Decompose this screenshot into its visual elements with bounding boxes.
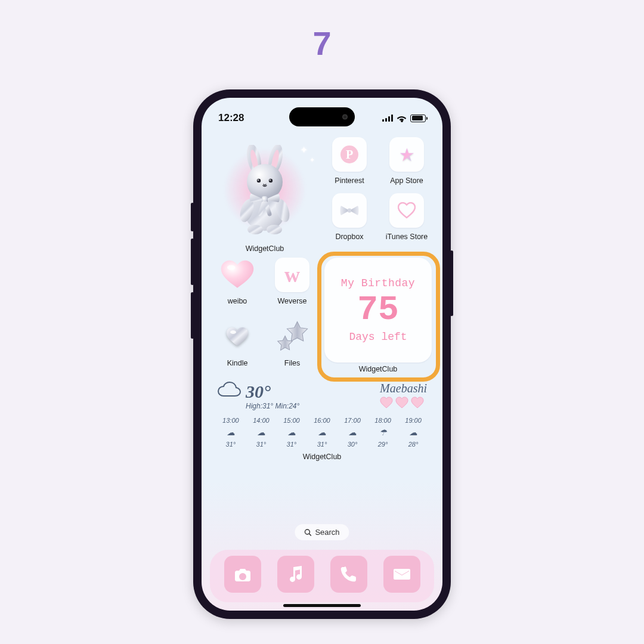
hearts-row (380, 397, 427, 411)
svg-point-12 (258, 179, 259, 181)
svg-rect-15 (348, 209, 351, 213)
widgetclub-bunny-widget[interactable]: ✦ ✦ (211, 137, 318, 256)
app-label: Weverse (277, 297, 306, 305)
forecast-temp: 31° (226, 441, 236, 448)
svg-point-16 (227, 265, 236, 270)
forecast-col: 17:00☁30° (339, 417, 366, 448)
app-label: App Store (390, 177, 423, 185)
search-label: Search (315, 528, 339, 537)
app-weibo[interactable]: weibo (211, 258, 264, 311)
forecast-time: 14:00 (253, 417, 270, 424)
power-button[interactable] (450, 250, 453, 316)
forecast-time: 19:00 (405, 417, 422, 424)
forecast-col: 15:00☁31° (278, 417, 305, 448)
forecast-temp: 30° (348, 441, 358, 448)
forecast-cloud-icon: ☁ (287, 428, 296, 437)
search-icon (304, 529, 311, 536)
forecast-time: 15:00 (283, 417, 300, 424)
dock (210, 550, 434, 602)
camera-icon (233, 565, 252, 584)
app-files[interactable]: Files (266, 320, 318, 373)
forecast-row: 13:00☁31°14:00☁31°15:00☁31°16:00☁31°17:0… (217, 417, 427, 448)
weather-temp: 30° (246, 382, 299, 402)
phone-frame: 12:28 ✦ ✦ (193, 89, 451, 619)
countdown-number: 75 (357, 293, 399, 327)
countdown-sub: Days left (349, 331, 407, 343)
bunny-icon (229, 145, 301, 234)
dock-mail[interactable] (383, 556, 420, 593)
app-dropbox[interactable]: Dropbox (324, 193, 374, 241)
dock-phone[interactable] (330, 556, 367, 593)
volume-up-button[interactable] (191, 239, 194, 285)
widget-label: WidgetClub (217, 453, 427, 461)
step-number: 7 (312, 24, 331, 63)
svg-point-8 (267, 225, 282, 234)
dock-camera[interactable] (224, 556, 261, 593)
forecast-temp: 31° (287, 441, 297, 448)
mute-switch[interactable] (191, 203, 194, 231)
svg-point-7 (247, 225, 263, 234)
forecast-cloud-icon: ☁ (318, 428, 326, 437)
forecast-time: 18:00 (374, 417, 391, 424)
widget-label: WidgetClub (246, 244, 284, 253)
forecast-temp: 31° (317, 441, 327, 448)
forecast-temp: 28° (408, 441, 419, 448)
app-itunes-store[interactable]: iTunes Store (382, 193, 432, 241)
app-pinterest[interactable]: P Pinterest (324, 137, 374, 185)
app-weverse[interactable]: w Weverse (266, 258, 318, 311)
stars-icon (275, 320, 309, 354)
forecast-cloud-icon: ☁ (227, 428, 235, 437)
forecast-time: 17:00 (344, 417, 361, 424)
forecast-col: 18:00☂29° (369, 417, 397, 448)
svg-point-10 (257, 179, 261, 182)
music-note-icon (286, 565, 305, 584)
pinterest-icon: P (340, 145, 358, 163)
forecast-col: 19:00☁28° (400, 417, 427, 448)
metal-heart-icon (220, 320, 255, 354)
forecast-time: 13:00 (222, 417, 239, 424)
weather-high-low: High:31° Min:24° (246, 402, 299, 410)
forecast-col: 16:00☁31° (308, 417, 336, 448)
volume-down-button[interactable] (191, 292, 194, 339)
home-indicator[interactable] (283, 604, 361, 607)
app-label: Files (284, 359, 300, 367)
bow-icon (332, 193, 367, 228)
forecast-col: 13:00☁31° (217, 417, 244, 448)
heart-3d-icon (220, 258, 255, 292)
app-label: iTunes Store (386, 233, 428, 241)
forecast-col: 14:00☁31° (247, 417, 275, 448)
forecast-temp: 29° (378, 441, 388, 448)
app-label: Dropbox (335, 233, 363, 241)
app-kindle[interactable]: Kindle (211, 320, 264, 373)
forecast-temp: 31° (256, 441, 267, 448)
forecast-cloud-icon: ☁ (409, 428, 417, 437)
weverse-w-icon: w (284, 262, 300, 287)
widgetclub-weather-widget[interactable]: 30° High:31° Min:24° Maebashi 13:00☁31°1 (211, 379, 433, 461)
svg-line-19 (309, 534, 311, 535)
phone-icon (339, 565, 358, 584)
dock-music[interactable] (277, 556, 314, 593)
app-label: Kindle (227, 359, 248, 367)
svg-point-11 (269, 179, 273, 182)
forecast-cloud-icon: ☁ (257, 428, 265, 437)
forecast-time: 16:00 (314, 417, 330, 424)
spotlight-search[interactable]: Search (295, 524, 349, 540)
star-icon: ★ (399, 144, 415, 165)
mail-icon (392, 565, 411, 584)
app-label: weibo (228, 297, 247, 305)
widgetclub-countdown-widget[interactable]: My Birthday 75 Days left WidgetClub (323, 258, 433, 373)
forecast-cloud-icon: ☁ (348, 428, 357, 437)
app-appstore[interactable]: ★ App Store (382, 137, 432, 185)
countdown-title: My Birthday (341, 277, 415, 289)
weather-city: Maebashi (380, 382, 427, 395)
app-label: Pinterest (335, 177, 364, 185)
svg-point-13 (270, 179, 271, 181)
weather-cloud-icon (217, 382, 241, 404)
forecast-umbrella-icon: ☂ (379, 428, 387, 437)
phone-screen: 12:28 ✦ ✦ (202, 98, 442, 611)
svg-point-17 (230, 330, 236, 334)
widget-label: WidgetClub (359, 365, 398, 373)
heart-outline-icon (389, 193, 424, 228)
